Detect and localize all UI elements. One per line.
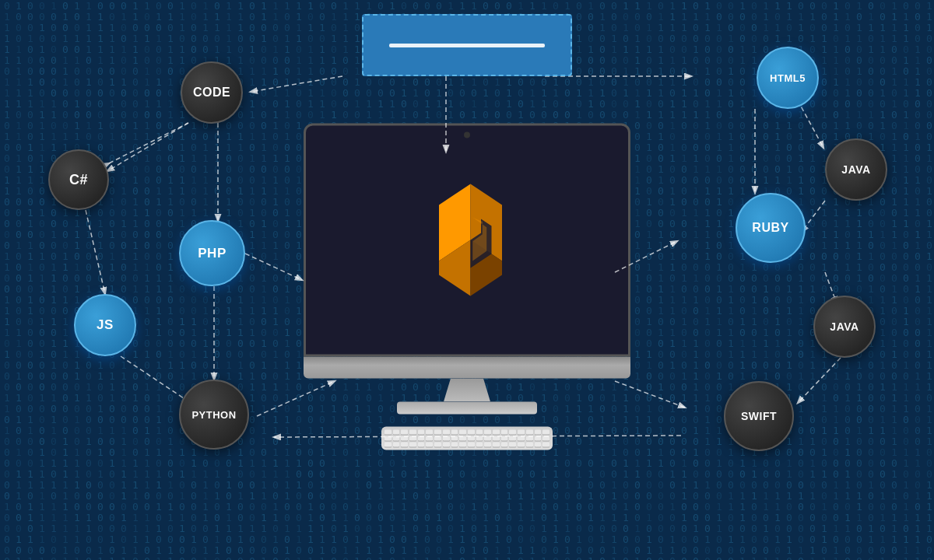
svg-line-5 xyxy=(86,210,105,294)
monitor-bezel xyxy=(304,356,630,378)
svg-line-3 xyxy=(107,123,188,171)
aws-logo xyxy=(397,170,537,310)
monitor-stand xyxy=(444,378,490,401)
svg-line-6 xyxy=(121,356,193,404)
svg-line-18 xyxy=(109,123,188,163)
code-box xyxy=(362,14,572,76)
code-box-line xyxy=(389,44,545,47)
python-circle: PYTHON xyxy=(179,380,249,450)
svg-line-0 xyxy=(251,76,342,92)
php-circle: PHP xyxy=(179,220,245,286)
html5-circle: HTML5 xyxy=(757,47,819,109)
js-circle: JS xyxy=(74,294,136,356)
svg-line-16 xyxy=(798,358,841,403)
scene: CODE HTML5 JAVA RUBY JAVA SWIFT PYTHON J… xyxy=(0,0,934,560)
monitor xyxy=(304,123,630,450)
monitor-base xyxy=(397,401,537,414)
java-circle-top: JAVA xyxy=(825,138,887,201)
monitor-screen xyxy=(304,123,630,356)
csharp-circle: C# xyxy=(48,149,109,210)
ruby-circle: RUBY xyxy=(736,193,806,263)
keyboard xyxy=(381,426,553,450)
code-circle: CODE xyxy=(181,61,243,124)
svg-line-8 xyxy=(245,254,302,280)
java-circle-bottom: JAVA xyxy=(813,296,876,358)
swift-circle: SWIFT xyxy=(724,381,794,451)
